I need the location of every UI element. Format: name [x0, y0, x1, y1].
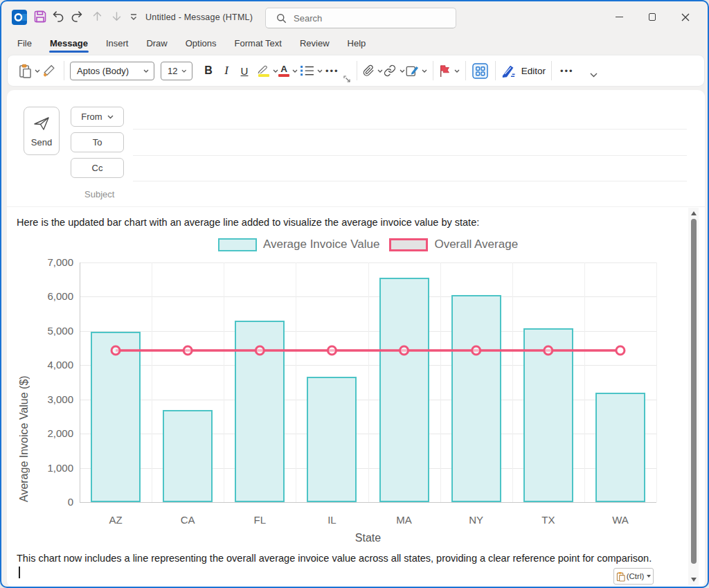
y-tick-label: 7,000: [24, 256, 73, 268]
italic-button[interactable]: I: [217, 60, 235, 82]
scroll-down-icon[interactable]: [691, 578, 697, 582]
tab-format-text[interactable]: Format Text: [226, 33, 291, 54]
bullet-list-icon: [300, 65, 314, 76]
font-color-button[interactable]: A: [278, 60, 298, 82]
bold-button[interactable]: B: [199, 60, 217, 82]
editor-button[interactable]: Editor: [501, 60, 546, 82]
y-tick-label: 6,000: [24, 290, 73, 302]
search-icon: [276, 13, 287, 24]
format-painter-button[interactable]: [40, 60, 58, 82]
tab-insert[interactable]: Insert: [97, 33, 138, 54]
x-tick-label: AZ: [91, 514, 141, 526]
scrollbar-thumb[interactable]: [691, 219, 697, 564]
attach-file-button[interactable]: [363, 60, 383, 82]
chevron-down-icon[interactable]: [377, 69, 383, 73]
line-marker: [400, 346, 409, 355]
redo-icon[interactable]: [71, 10, 84, 23]
outlook-message-window: Untitled - Message (HTML) File Message I…: [0, 0, 709, 588]
close-button[interactable]: [669, 1, 702, 33]
format-painter-icon: [42, 64, 57, 78]
ribbon-divider: [495, 61, 496, 80]
collapse-ribbon-button[interactable]: [585, 64, 603, 86]
compose-panel: Send From To Cc Subject Here is the upda…: [7, 90, 705, 587]
legend-swatch-line: [389, 238, 428, 251]
quick-access-toolbar-icon[interactable]: [129, 12, 138, 21]
font-name-select[interactable]: Aptos (Body): [70, 62, 154, 80]
legend-swatch-bars: [218, 238, 257, 251]
legend-item-line: Overall Average: [389, 238, 518, 251]
search-input[interactable]: [294, 13, 432, 24]
tab-options[interactable]: Options: [177, 33, 226, 54]
insert-link-button[interactable]: [383, 60, 405, 82]
average-line: [80, 262, 656, 502]
save-icon[interactable]: [33, 10, 47, 24]
maximize-button[interactable]: [636, 1, 669, 33]
paste-options-button[interactable]: (Ctrl): [613, 568, 654, 585]
y-tick-label: 2,000: [24, 427, 73, 439]
x-tick-label: MA: [379, 514, 429, 526]
chevron-down-icon[interactable]: [422, 69, 427, 73]
ribbon-divider: [433, 61, 433, 80]
apps-button[interactable]: [472, 60, 490, 82]
bullets-button[interactable]: [300, 60, 323, 82]
ribbon-toolbar: Aptos (Body) 12 B I U A •••: [7, 55, 705, 87]
x-tick-label: CA: [163, 514, 213, 526]
x-axis-title: State: [80, 532, 656, 544]
chevron-down-icon[interactable]: [292, 69, 298, 73]
chevron-down-icon[interactable]: [273, 69, 278, 73]
chevron-down-icon[interactable]: [317, 69, 323, 73]
y-tick-label: 5,000: [24, 325, 73, 337]
gridline: [80, 502, 656, 503]
undo-icon[interactable]: [51, 10, 64, 23]
line-marker: [111, 346, 120, 355]
ribbon-divider: [465, 61, 466, 80]
invoice-chart: Average Invoice Value Overall Average Av…: [7, 90, 705, 587]
highlighter-icon: [258, 64, 270, 77]
outlook-app-icon: [12, 10, 27, 25]
editor-pen-icon: [501, 64, 516, 78]
signature-button[interactable]: [405, 60, 427, 82]
search-box[interactable]: [265, 8, 456, 28]
chevron-down-icon: [143, 69, 149, 73]
line-marker: [472, 346, 481, 355]
chevron-down-icon[interactable]: [35, 69, 40, 73]
flag-button[interactable]: [439, 60, 460, 82]
y-tick-label: 4,000: [24, 359, 73, 371]
tab-file[interactable]: File: [8, 33, 41, 54]
tab-draw[interactable]: Draw: [137, 33, 176, 54]
text-highlight-button[interactable]: [258, 60, 278, 82]
chevron-down-icon[interactable]: [400, 69, 405, 73]
paste-button[interactable]: [19, 60, 40, 82]
more-formatting-button[interactable]: •••: [323, 60, 342, 82]
more-commands-button[interactable]: •••: [557, 60, 577, 82]
paste-options-arrow-icon: [647, 575, 651, 578]
line-marker: [544, 346, 553, 355]
line-marker: [616, 346, 625, 355]
x-tick-label: IL: [307, 514, 357, 526]
dialog-launcher-icon[interactable]: [343, 75, 351, 83]
tab-message[interactable]: Message: [41, 33, 97, 54]
ribbon-divider: [64, 61, 64, 80]
chevron-down-icon[interactable]: [454, 69, 460, 73]
paste-options-clipboard-icon: [616, 571, 625, 582]
paste-icon: [19, 64, 32, 78]
text-cursor: [19, 567, 20, 578]
vertical-scrollbar[interactable]: [688, 208, 699, 585]
y-tick-label: 0: [24, 496, 73, 508]
move-down-icon: [111, 10, 123, 23]
window-title: Untitled - Message (HTML): [145, 1, 253, 33]
signature-icon: [405, 64, 419, 78]
font-color-icon: A: [278, 64, 289, 77]
tab-review[interactable]: Review: [291, 33, 339, 54]
x-tick-label: TX: [523, 514, 573, 526]
title-bar: Untitled - Message (HTML): [1, 1, 708, 33]
link-icon: [383, 64, 397, 77]
chevron-down-icon: [590, 73, 598, 78]
flag-icon: [439, 64, 451, 78]
ribbon-tab-bar: File Message Insert Draw Options Format …: [8, 33, 375, 54]
tab-help[interactable]: Help: [339, 33, 375, 54]
scroll-up-icon[interactable]: [691, 211, 697, 215]
underline-button[interactable]: U: [235, 60, 253, 82]
font-size-select[interactable]: 12: [161, 62, 192, 80]
minimize-button[interactable]: [602, 1, 636, 33]
